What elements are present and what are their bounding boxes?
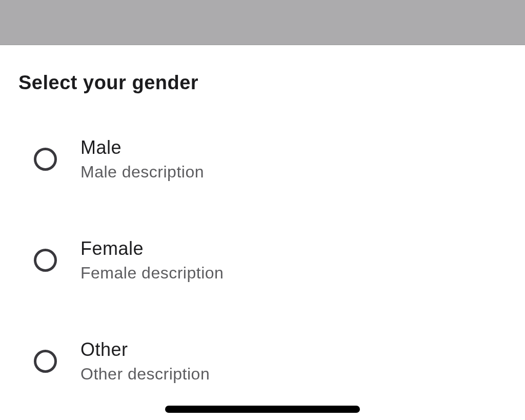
- option-label: Male: [80, 137, 204, 158]
- option-label: Other: [80, 339, 210, 361]
- option-female[interactable]: Female Female description: [34, 238, 507, 283]
- option-text: Female Female description: [80, 238, 224, 283]
- content-area: Select your gender Male Male description…: [0, 45, 525, 384]
- option-description: Male description: [80, 163, 204, 182]
- radio-icon: [34, 249, 57, 272]
- option-male[interactable]: Male Male description: [34, 137, 507, 182]
- radio-icon: [34, 148, 57, 171]
- option-text: Male Male description: [80, 137, 204, 182]
- home-indicator: [165, 406, 360, 413]
- option-label: Female: [80, 238, 224, 259]
- radio-icon: [34, 350, 57, 373]
- page-title: Select your gender: [18, 72, 507, 94]
- option-text: Other Other description: [80, 339, 210, 384]
- top-bar: [0, 0, 525, 45]
- option-description: Other description: [80, 365, 210, 384]
- option-list: Male Male description Female Female desc…: [18, 137, 507, 384]
- option-description: Female description: [80, 264, 224, 283]
- option-other[interactable]: Other Other description: [34, 339, 507, 384]
